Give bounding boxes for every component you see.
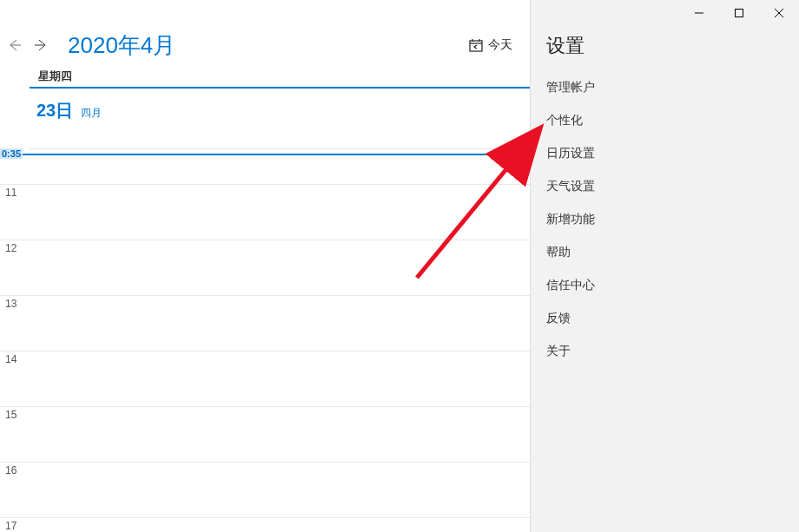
close-button[interactable] xyxy=(759,0,799,26)
settings-item-calendar[interactable]: 日历设置 xyxy=(531,137,799,170)
settings-item-help[interactable]: 帮助 xyxy=(531,236,799,269)
time-row[interactable]: 14 xyxy=(0,351,530,406)
hour-label: 13 xyxy=(5,298,28,310)
time-slot[interactable] xyxy=(30,240,530,295)
time-slot[interactable] xyxy=(30,296,530,351)
weekday-label: 星期四 xyxy=(38,69,72,84)
settings-item-about[interactable]: 关于 xyxy=(531,335,799,368)
svg-rect-1 xyxy=(736,10,743,17)
time-grid: 11 12 13 14 15 16 17 xyxy=(0,149,530,532)
settings-item-whatsnew[interactable]: 新增功能 xyxy=(531,203,799,236)
today-label: 今天 xyxy=(488,37,512,53)
month-title[interactable]: 2020年4月 xyxy=(68,30,175,61)
weekday-header: 星期四 xyxy=(30,68,530,89)
time-slot[interactable] xyxy=(30,185,530,240)
hour-label: 12 xyxy=(5,242,28,254)
time-slot[interactable] xyxy=(30,518,530,532)
date-number: 23日 xyxy=(36,101,73,120)
arrow-right-icon xyxy=(34,37,50,53)
current-time-line xyxy=(0,154,530,155)
hour-label: 17 xyxy=(5,520,28,532)
hour-label: 14 xyxy=(5,353,28,365)
settings-item-accounts[interactable]: 管理帐户 xyxy=(531,71,799,104)
hour-label: 16 xyxy=(5,464,28,476)
maximize-button[interactable] xyxy=(719,0,759,26)
time-row[interactable]: 17 xyxy=(0,517,530,532)
settings-item-feedback[interactable]: 反馈 xyxy=(531,302,799,335)
prev-button[interactable] xyxy=(0,26,28,64)
arrow-left-icon xyxy=(6,37,22,53)
time-row[interactable]: 11 xyxy=(0,184,530,240)
today-button[interactable]: 今天 xyxy=(460,26,521,64)
hour-label: 11 xyxy=(5,187,28,199)
settings-item-trust[interactable]: 信任中心 xyxy=(531,269,799,302)
settings-title: 设置 xyxy=(531,26,799,71)
settings-item-personalization[interactable]: 个性化 xyxy=(531,104,799,137)
time-slot[interactable] xyxy=(30,463,530,517)
settings-item-weather[interactable]: 天气设置 xyxy=(531,170,799,203)
maximize-icon xyxy=(735,9,743,17)
next-button[interactable] xyxy=(28,26,56,64)
minimize-button[interactable] xyxy=(679,0,719,26)
time-row[interactable]: 15 xyxy=(0,406,530,462)
time-row[interactable]: 13 xyxy=(0,295,530,351)
settings-panel: 设置 管理帐户 个性化 日历设置 天气设置 新增功能 帮助 信任中心 反馈 关于 xyxy=(530,0,799,532)
date-month: 四月 xyxy=(81,107,102,119)
date-cell[interactable]: 23日 四月 xyxy=(30,90,530,149)
minimize-icon xyxy=(695,9,703,17)
time-row[interactable]: 16 xyxy=(0,462,530,517)
current-time-label: 0:35 xyxy=(0,148,23,159)
calendar-today-icon xyxy=(469,38,483,52)
hour-label: 15 xyxy=(5,409,28,421)
time-slot[interactable] xyxy=(30,351,530,406)
time-slot[interactable] xyxy=(30,407,530,462)
close-icon xyxy=(775,9,783,17)
time-row[interactable]: 12 xyxy=(0,240,530,295)
